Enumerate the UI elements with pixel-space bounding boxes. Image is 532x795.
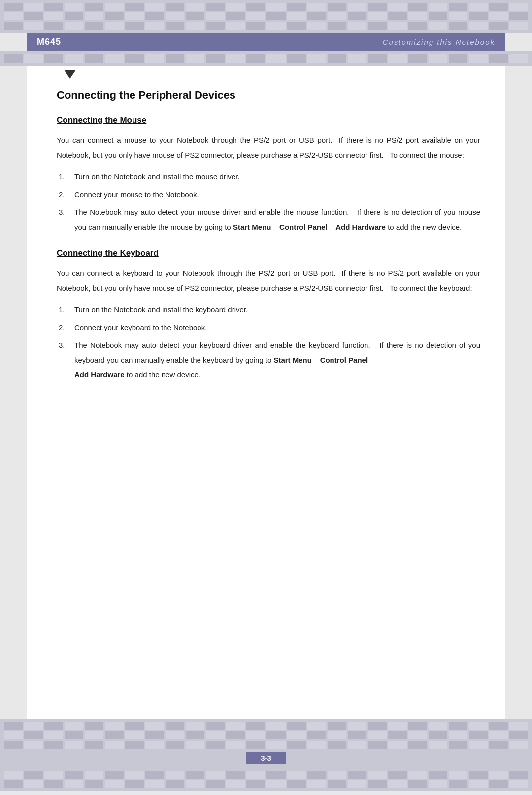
keyboard-step-3: 3. The Notebook may auto detect your key… — [57, 338, 480, 382]
bottom-decorative-grid — [0, 719, 532, 752]
step-number: 3. — [57, 338, 74, 353]
step-text: Connect your keyboard to the Notebook. — [74, 320, 480, 335]
keyboard-step-1: 1. Turn on the Notebook and install the … — [57, 302, 480, 317]
step-number: 3. — [57, 205, 74, 220]
mouse-steps-list: 1. Turn on the Notebook and install the … — [57, 169, 480, 234]
bold-start-menu-kb: Start Menu — [273, 356, 312, 364]
keyboard-step-2: 2. Connect your keyboard to the Notebook… — [57, 320, 480, 335]
mouse-section: Connecting the Mouse You can connect a m… — [57, 115, 480, 234]
step-text: Connect your mouse to the Notebook. — [74, 187, 480, 202]
page-number-area: 3-3 — [0, 752, 532, 768]
bottom-decorative-grid-2 — [0, 768, 532, 791]
step-number: 2. — [57, 320, 74, 335]
keyboard-section-heading: Connecting the Keyboard — [57, 248, 480, 258]
top-decorative-grid — [0, 0, 532, 33]
page-number: 3-3 — [246, 752, 286, 764]
page-title: Connecting the Peripheral Devices — [57, 89, 480, 101]
step-text: Turn on the Notebook and install the mou… — [74, 169, 480, 184]
step-number: 1. — [57, 302, 74, 317]
bold-control-panel: Control Panel — [279, 223, 328, 231]
step-number: 1. — [57, 169, 74, 184]
step-number: 2. — [57, 187, 74, 202]
model-number: M645 — [37, 37, 61, 47]
down-arrow-icon — [64, 70, 76, 79]
bold-control-panel-kb: Control Panel — [320, 356, 368, 364]
header-bar: M645 Customizing this Notebook — [27, 33, 505, 51]
mouse-step-1: 1. Turn on the Notebook and install the … — [57, 169, 480, 184]
bold-add-hardware: Add Hardware — [335, 223, 386, 231]
bold-start-menu: Start Menu — [233, 223, 271, 231]
step-text: The Notebook may auto detect your mouse … — [74, 205, 480, 234]
mouse-step-3: 3. The Notebook may auto detect your mou… — [57, 205, 480, 234]
step-text: The Notebook may auto detect your keyboa… — [74, 338, 480, 382]
step-text: Turn on the Notebook and install the key… — [74, 302, 480, 317]
keyboard-steps-list: 1. Turn on the Notebook and install the … — [57, 302, 480, 382]
arrow-section — [27, 66, 505, 79]
mouse-intro-paragraph: You can connect a mouse to your Notebook… — [57, 133, 480, 163]
bold-add-hardware-kb: Add Hardware — [74, 370, 125, 379]
keyboard-intro-paragraph: You can connect a keyboard to your Noteb… — [57, 266, 480, 296]
mouse-step-2: 2. Connect your mouse to the Notebook. — [57, 187, 480, 202]
main-content: Connecting the Peripheral Devices Connec… — [27, 79, 505, 719]
sub-header-grid — [0, 51, 532, 66]
mouse-section-heading: Connecting the Mouse — [57, 115, 480, 125]
keyboard-section: Connecting the Keyboard You can connect … — [57, 248, 480, 382]
header-subtitle: Customizing this Notebook — [383, 38, 495, 46]
